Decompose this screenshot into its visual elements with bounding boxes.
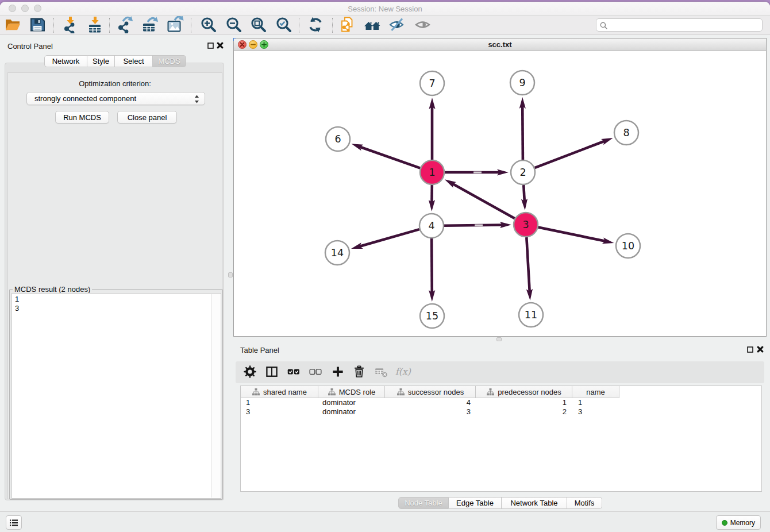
import-table-button[interactable] xyxy=(84,17,105,34)
tab-edge-table[interactable]: Edge Table xyxy=(449,497,502,509)
zoom-in-button[interactable] xyxy=(198,17,218,34)
control-panel-float-button[interactable] xyxy=(206,41,214,49)
table-cell[interactable]: 3 xyxy=(572,407,619,417)
edge-label-mark xyxy=(475,225,483,226)
tab-mcds[interactable]: MCDS xyxy=(153,55,186,67)
graph-edge-1-2[interactable] xyxy=(445,169,509,175)
tab-label: MCDS xyxy=(158,57,180,65)
optimization-criterion-select[interactable]: strongly connected component xyxy=(26,92,205,105)
search-input[interactable] xyxy=(596,18,763,32)
graph-edge-4-3[interactable] xyxy=(444,222,511,228)
tab-motifs[interactable]: Motifs xyxy=(567,497,602,509)
home-icon xyxy=(364,16,381,35)
export-network-button[interactable] xyxy=(115,17,136,34)
column-header-MCDS-role[interactable]: MCDS role xyxy=(318,386,385,398)
graph-node-4[interactable]: 4 xyxy=(419,214,444,238)
graph-node-8[interactable]: 8 xyxy=(614,121,638,145)
main-area: Control Panel NetworkStyleSelectMCDS Opt… xyxy=(0,36,770,511)
clear-checkboxes-button[interactable] xyxy=(305,362,326,383)
graph-node-15[interactable]: 15 xyxy=(420,304,444,328)
table-cell[interactable]: 4 xyxy=(385,398,476,407)
mcds-result-textarea[interactable]: 1 3 xyxy=(11,293,221,499)
graph-edge-4-15[interactable] xyxy=(429,238,435,302)
column-header-predecessor-nodes[interactable]: predecessor nodes xyxy=(476,386,572,398)
control-panel-close-button[interactable] xyxy=(216,41,224,49)
select-all-checkboxes-button[interactable] xyxy=(283,362,304,383)
table-panel-close-button[interactable] xyxy=(756,345,764,353)
graph-node-label: 6 xyxy=(334,133,341,145)
tab-network-table[interactable]: Network Table xyxy=(502,497,567,509)
network-window-titlebar[interactable]: scc.txt xyxy=(234,38,766,51)
split-columns-button[interactable] xyxy=(261,362,282,383)
combo-chevrons-icon xyxy=(194,95,199,103)
graph-node-7[interactable]: 7 xyxy=(420,71,444,95)
hide-selected-button[interactable] xyxy=(387,17,407,34)
show-all-button[interactable] xyxy=(413,17,433,34)
graph-edge-1-7[interactable] xyxy=(429,98,435,160)
close-panel-button[interactable]: Close panel xyxy=(117,111,177,124)
graph-edge-3-10[interactable] xyxy=(538,228,614,244)
open-folder-button[interactable] xyxy=(2,17,23,34)
network-canvas[interactable]: 7968124314101511 xyxy=(234,51,766,336)
table-panel-float-button[interactable] xyxy=(746,345,754,353)
graph-node-14[interactable]: 14 xyxy=(325,241,349,265)
memory-button[interactable]: Memory xyxy=(716,515,761,530)
graph-node-1[interactable]: 1 xyxy=(420,160,444,184)
status-log-button[interactable] xyxy=(6,515,22,530)
home-button[interactable] xyxy=(362,17,383,34)
export-image-button[interactable] xyxy=(165,17,186,34)
window-title: Session: New Session xyxy=(0,5,770,13)
import-network-button[interactable] xyxy=(60,17,80,34)
table-toolbar: f(x) xyxy=(236,361,764,383)
zoom-selected-button[interactable] xyxy=(273,17,294,34)
delete-button[interactable] xyxy=(349,362,369,383)
graph-node-11[interactable]: 11 xyxy=(519,303,543,327)
graph-edge-2-3[interactable] xyxy=(521,185,528,210)
table-cell[interactable]: 1 xyxy=(241,398,318,407)
mcds-result-scrollbar[interactable] xyxy=(211,294,220,498)
control-panel: Optimization criterion: strongly connect… xyxy=(5,63,224,500)
zoom-out-button[interactable] xyxy=(223,17,244,34)
graph-node-9[interactable]: 9 xyxy=(510,71,534,95)
vertical-splitter-grip[interactable] xyxy=(228,272,233,277)
save-button[interactable] xyxy=(27,17,48,34)
graph-edge-1-4[interactable] xyxy=(429,185,435,211)
tab-node-table[interactable]: Node Table xyxy=(398,497,449,509)
table-cell[interactable]: 3 xyxy=(385,407,476,417)
tab-style[interactable]: Style xyxy=(87,55,115,67)
column-header-shared-name[interactable]: shared name xyxy=(241,386,318,398)
table-cell[interactable]: 3 xyxy=(241,407,318,417)
table-cell[interactable]: dominator xyxy=(318,407,385,417)
graph-edge-3-11[interactable] xyxy=(526,237,533,300)
table-cell[interactable]: 2 xyxy=(476,407,572,417)
export-table-button[interactable] xyxy=(140,17,160,34)
tab-select[interactable]: Select xyxy=(115,55,153,67)
table-cell[interactable]: 1 xyxy=(476,398,572,407)
column-header-name[interactable]: name xyxy=(572,386,619,398)
graph-node-3[interactable]: 3 xyxy=(514,213,538,237)
add-button[interactable] xyxy=(328,362,348,383)
network-from-selection-button[interactable] xyxy=(337,17,358,34)
refresh-button[interactable] xyxy=(305,17,326,34)
table-row[interactable]: 1dominator411 xyxy=(241,398,761,407)
network-graph[interactable]: 7968124314101511 xyxy=(234,51,766,336)
run-mcds-button[interactable]: Run MCDS xyxy=(55,111,109,124)
zoom-fit-button[interactable] xyxy=(248,17,268,34)
table-cell[interactable]: 1 xyxy=(572,398,619,407)
gear-button[interactable] xyxy=(240,362,260,383)
graph-edge-3-1[interactable] xyxy=(445,179,515,218)
tab-network[interactable]: Network xyxy=(44,55,87,67)
graph-node-6[interactable]: 6 xyxy=(326,127,350,151)
column-header-successor-nodes[interactable]: successor nodes xyxy=(385,386,476,398)
titlebar[interactable]: Session: New Session xyxy=(0,2,770,16)
graph-edge-4-14[interactable] xyxy=(351,229,419,249)
graph-edge-2-8[interactable] xyxy=(535,138,613,168)
graph-node-10[interactable]: 10 xyxy=(616,234,640,258)
graph-node-2[interactable]: 2 xyxy=(511,160,535,184)
table-cell[interactable]: dominator xyxy=(318,398,385,407)
table-row[interactable]: 3dominator323 xyxy=(241,407,761,417)
graph-edge-1-6[interactable] xyxy=(352,144,421,168)
graph-edge-2-9[interactable] xyxy=(519,97,526,160)
horizontal-splitter-grip[interactable] xyxy=(496,337,502,341)
export-network-icon xyxy=(117,16,134,35)
